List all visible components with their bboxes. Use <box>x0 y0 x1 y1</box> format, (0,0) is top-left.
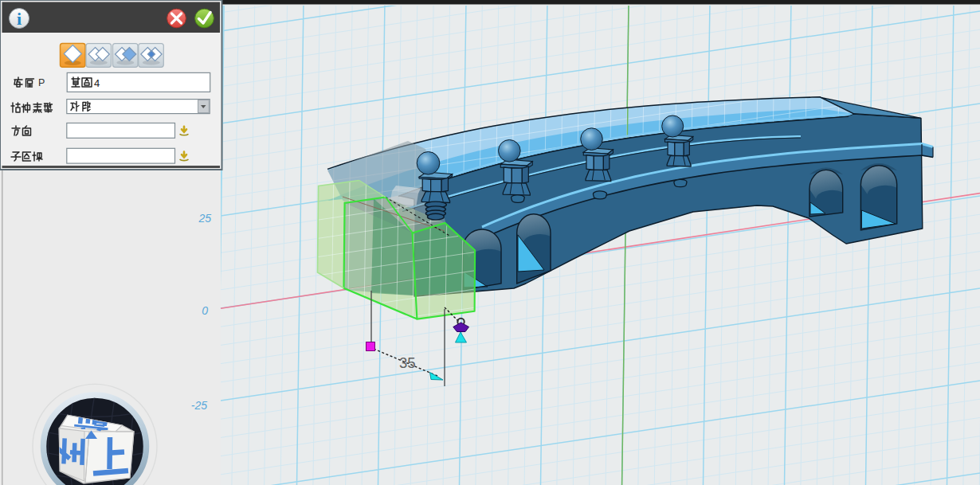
svg-text:0: 0 <box>202 304 208 317</box>
svg-text:-25: -25 <box>191 399 207 412</box>
svg-text:P: P <box>38 77 45 88</box>
svg-text:i: i <box>17 9 22 29</box>
svg-text:35: 35 <box>399 354 416 371</box>
svg-text:4: 4 <box>94 77 100 89</box>
svg-text:25: 25 <box>198 212 211 225</box>
